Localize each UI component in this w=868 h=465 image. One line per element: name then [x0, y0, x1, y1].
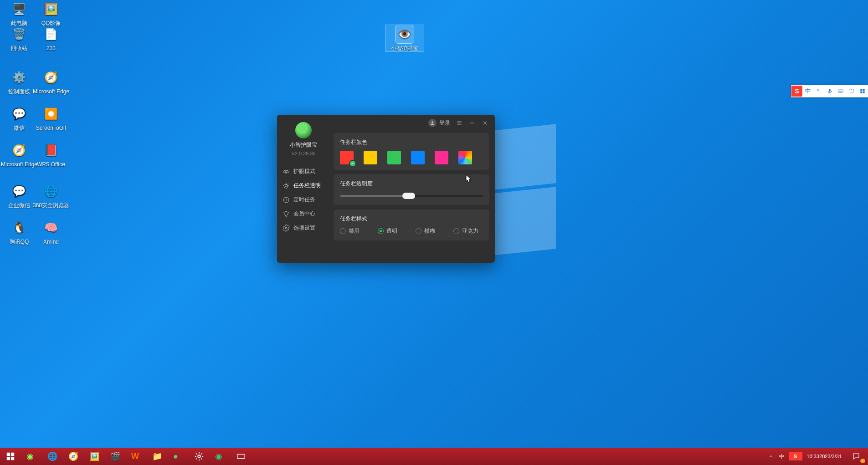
desktop-icon-label: 小智护眼宝: [385, 45, 424, 51]
nav-label: 任务栏透明: [293, 182, 321, 189]
radio-icon: [453, 228, 459, 234]
desktop-icon-label: 233: [32, 45, 70, 51]
desktop-icon-label: WPS Office: [32, 161, 70, 168]
color-swatch[interactable]: [435, 151, 448, 164]
app-icon: 🐧: [10, 219, 28, 237]
login-button[interactable]: 登录: [428, 119, 450, 127]
ime-toolbox-icon[interactable]: [857, 86, 868, 97]
nav-label: 定时任务: [293, 196, 315, 204]
style-radio[interactable]: 透明: [378, 227, 397, 235]
radio-label: 亚克力: [462, 227, 478, 235]
taskbar-app-xiaozhi[interactable]: ◉: [210, 448, 231, 465]
card-taskbar-opacity: 任务栏透明度: [334, 174, 489, 205]
nav-label: 选项设置: [293, 224, 315, 232]
svg-point-15: [198, 455, 200, 458]
radio-label: 模糊: [424, 227, 435, 235]
nav-item[interactable]: 护眼模式: [277, 164, 330, 179]
ime-logo-icon[interactable]: S: [791, 86, 802, 97]
svg-point-1: [285, 171, 287, 173]
nav-icon: [282, 182, 290, 189]
color-swatch[interactable]: [387, 151, 401, 164]
taskbar-app-settings[interactable]: [189, 448, 210, 465]
ime-voice-icon[interactable]: [824, 86, 835, 97]
desktop-icon[interactable]: ⏺️ScreenToGif: [32, 105, 70, 131]
taskbar-app-wechat[interactable]: ●: [168, 448, 189, 465]
slider-thumb[interactable]: [402, 193, 415, 199]
tray-clock[interactable]: 10:33 2023/3/31: [804, 448, 844, 465]
menu-button[interactable]: [456, 119, 463, 127]
app-icon: 📕: [42, 141, 60, 159]
taskbar: ◉ 🌐 🧭 🖼️ 🎬 W 📁 ● ◉ 中 S 10:33 2023/3/31 1: [0, 448, 868, 465]
svg-rect-12: [11, 453, 14, 456]
nav-label: 护眼模式: [293, 168, 315, 175]
svg-rect-13: [7, 457, 10, 460]
taskbar-app-paint[interactable]: 🖼️: [84, 448, 105, 465]
opacity-slider[interactable]: [340, 192, 483, 199]
desktop-icon[interactable]: 🧭Microsoft Edge: [32, 68, 70, 95]
desktop-icon[interactable]: 👁️小智护眼宝: [385, 25, 424, 51]
tray-notifications[interactable]: 1: [844, 448, 868, 465]
nav-item[interactable]: 会员中心: [277, 207, 330, 221]
radio-label: 禁用: [349, 227, 360, 235]
taskbar-app-browser[interactable]: 🌐: [42, 448, 63, 465]
desktop-icon[interactable]: 🌐360安全浏览器: [32, 182, 70, 209]
taskbar-app-edge[interactable]: 🧭: [63, 448, 84, 465]
ime-skin-icon[interactable]: [846, 86, 857, 97]
nav-list: 护眼模式任务栏透明定时任务会员中心选项设置: [277, 164, 330, 235]
taskbar-app-360[interactable]: ◉: [21, 448, 42, 465]
tray-sogou-icon[interactable]: S: [789, 452, 802, 460]
app-icon: ⏺️: [42, 105, 60, 123]
desktop-icon[interactable]: 📕WPS Office: [32, 141, 70, 168]
login-label: 登录: [439, 119, 450, 127]
ime-punct-icon[interactable]: °,: [813, 86, 824, 97]
nav-icon: [282, 225, 290, 232]
ime-lang[interactable]: 中: [802, 86, 813, 97]
slider-fill: [340, 195, 409, 197]
desktop-icon[interactable]: 🧠Xmind: [32, 219, 70, 245]
color-swatch[interactable]: [340, 151, 354, 164]
color-swatch-list: [340, 151, 483, 164]
style-radio[interactable]: 亚克力: [453, 227, 478, 235]
tray-time: 10:33: [807, 454, 820, 460]
svg-rect-10: [863, 92, 865, 93]
ime-keyboard-icon[interactable]: [835, 86, 846, 97]
radio-icon: [340, 228, 346, 234]
app-sidebar: 小智护眼宝 V2.0.26.38 护眼模式任务栏透明定时任务会员中心选项设置: [277, 115, 330, 263]
style-radio-group: 禁用透明模糊亚克力: [340, 227, 483, 235]
app-icon: 🧭: [42, 68, 60, 87]
app-window: 登录 小智护眼宝 V2.0.26.38 护眼模式任务栏透明定时任务会员中心选项设…: [277, 115, 495, 263]
svg-point-2: [285, 184, 287, 187]
app-icon: 💬: [10, 105, 28, 123]
ime-toolbar[interactable]: S 中 °,: [791, 85, 868, 97]
app-icon: 🖥️: [10, 0, 28, 18]
tray-ime-lang[interactable]: 中: [776, 448, 787, 465]
user-icon: [428, 119, 437, 127]
desktop-icon[interactable]: 🖼️QQ影像: [32, 0, 70, 26]
nav-label: 会员中心: [293, 210, 315, 218]
app-icon: 🧠: [42, 219, 60, 237]
nav-item[interactable]: 任务栏透明: [277, 179, 330, 193]
taskbar-app-keyboard[interactable]: [231, 448, 252, 465]
tray-overflow-icon[interactable]: [765, 448, 776, 465]
notif-badge: 1: [860, 459, 865, 463]
desktop-icon-label: Microsoft Edge: [32, 88, 70, 95]
svg-rect-5: [829, 89, 831, 92]
app-name: 小智护眼宝: [277, 141, 330, 149]
color-swatch[interactable]: [458, 151, 472, 164]
nav-icon: [282, 196, 290, 204]
nav-item[interactable]: 定时任务: [277, 193, 330, 207]
taskbar-app-wps[interactable]: W: [126, 448, 147, 465]
desktop-icon[interactable]: 📄233: [32, 25, 70, 51]
start-button[interactable]: [0, 448, 21, 465]
app-logo-icon: [295, 122, 312, 138]
style-radio[interactable]: 禁用: [340, 227, 360, 235]
close-button[interactable]: [481, 119, 488, 127]
style-radio[interactable]: 模糊: [416, 227, 435, 235]
color-swatch[interactable]: [411, 151, 425, 164]
taskbar-app-video[interactable]: 🎬: [105, 448, 126, 465]
taskbar-app-explorer[interactable]: 📁: [147, 448, 168, 465]
nav-item[interactable]: 选项设置: [277, 221, 330, 235]
color-swatch[interactable]: [364, 151, 377, 164]
desktop-icon-label: ScreenToGif: [32, 125, 70, 131]
minimize-button[interactable]: [468, 119, 476, 127]
